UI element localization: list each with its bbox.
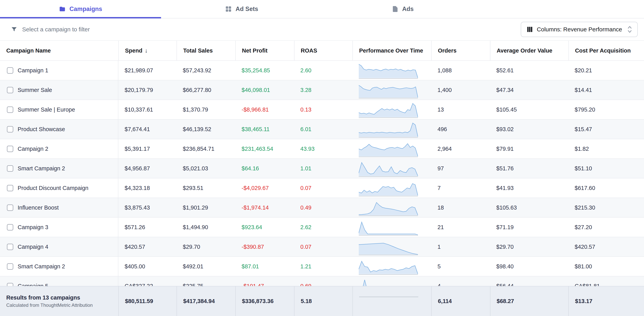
- filter-placeholder: Select a campaign to filter: [22, 26, 90, 33]
- row-checkbox[interactable]: [7, 263, 13, 270]
- columns-dropdown[interactable]: Columns: Revenue Performance: [521, 22, 638, 37]
- net-profit-value: $38,465.11: [235, 120, 294, 139]
- total-sales-value: $29.70: [176, 237, 235, 256]
- columns-icon: [527, 26, 533, 33]
- tab-ad-sets[interactable]: Ad Sets: [161, 0, 322, 18]
- campaign-analytics-table: Campaigns Ad Sets Ads Select a campaign …: [0, 0, 644, 316]
- tab-label: Ads: [402, 6, 414, 13]
- table-row[interactable]: Summer Sale | Europe$10,337.61$1,370.79-…: [0, 100, 644, 119]
- spend-value: $10,337.61: [118, 100, 176, 119]
- header-label: Cost Per Acquisition: [575, 48, 631, 54]
- table-row[interactable]: Smart Campaign 2$4,956.87$5,021.03$64.16…: [0, 158, 644, 178]
- performance-cell: [352, 61, 431, 80]
- performance-cell: [352, 276, 431, 286]
- campaign-name-cell: Campaign 5: [0, 276, 118, 286]
- total-sales-value: $1,901.29: [176, 198, 235, 217]
- orders-value: 5: [431, 257, 490, 276]
- net-profit-value: $46,098.01: [235, 80, 294, 100]
- footer-title: Results from 13 campaigns: [6, 294, 80, 301]
- roas-value: 43.93: [294, 139, 352, 158]
- header-label: Orders: [438, 48, 456, 54]
- footer-subtitle: Calculated from ThoughtMetric Attributio…: [6, 302, 93, 308]
- campaign-name-cell: Smart Campaign 2: [0, 159, 118, 178]
- net-profit-value: -$8,966.81: [235, 100, 294, 119]
- header-cell-performance-over-time[interactable]: Performance Over Time: [352, 41, 431, 60]
- spend-value: $420.57: [118, 237, 176, 256]
- row-checkbox[interactable]: [7, 204, 13, 211]
- header-label: Net Profit: [242, 48, 268, 54]
- net-profit-value: $231,463.54: [235, 139, 294, 158]
- row-checkbox[interactable]: [7, 244, 13, 250]
- orders-value: 496: [431, 120, 490, 139]
- header-cell-orders[interactable]: Orders: [431, 41, 490, 60]
- header-cell-campaign-name[interactable]: Campaign Name: [0, 41, 118, 60]
- aov-value: $41.93: [490, 178, 568, 198]
- campaign-name-cell: Product Discount Campaign: [0, 178, 118, 198]
- campaign-name-cell: Campaign 1: [0, 61, 118, 80]
- header-cell-roas[interactable]: ROAS: [294, 41, 352, 60]
- orders-value: 4: [431, 276, 490, 286]
- row-checkbox[interactable]: [7, 165, 13, 172]
- spend-value: $7,674.41: [118, 120, 176, 139]
- table-row[interactable]: Product Discount Campaign$4,323.18$293.5…: [0, 178, 644, 198]
- table-header: Campaign NameSpend↓Total SalesNet Profit…: [0, 41, 644, 60]
- total-sales-value: $5,021.03: [176, 159, 235, 178]
- spend-value: $405.00: [118, 257, 176, 276]
- table-row[interactable]: Influencer Boost$3,875.43$1,901.29-$1,97…: [0, 198, 644, 217]
- footer-net-profit: $336,873.36: [235, 286, 294, 316]
- row-checkbox[interactable]: [7, 87, 13, 93]
- row-checkbox[interactable]: [7, 67, 13, 74]
- net-profit-value: -$390.87: [235, 237, 294, 256]
- cpa-value: $617.60: [568, 178, 644, 198]
- cpa-value: CA$81.81: [568, 276, 644, 286]
- table-row[interactable]: Summer Sale$20,179.79$66,277.80$46,098.0…: [0, 80, 644, 100]
- header-cell-cost-per-acquisition[interactable]: Cost Per Acquisition: [568, 41, 644, 60]
- total-sales-value: $1,494.90: [176, 218, 235, 237]
- table-row[interactable]: Campaign 5CA$327.22$225.75-$101.470.694$…: [0, 276, 644, 286]
- spend-value: $4,323.18: [118, 178, 176, 198]
- row-checkbox[interactable]: [7, 106, 13, 113]
- row-checkbox[interactable]: [7, 185, 13, 191]
- cpa-value: $15.47: [568, 120, 644, 139]
- tab-bar: Campaigns Ad Sets Ads: [0, 0, 644, 19]
- orders-value: 7: [431, 178, 490, 198]
- aov-value: $52.61: [490, 61, 568, 80]
- aov-value: $71.19: [490, 218, 568, 237]
- table-row[interactable]: Campaign 2$5,391.17$236,854.71$231,463.5…: [0, 139, 644, 158]
- footer-aov: $68.27: [490, 286, 568, 316]
- row-checkbox[interactable]: [7, 126, 13, 133]
- table-row[interactable]: Campaign 3$571.26$1,494.90$923.642.6221$…: [0, 217, 644, 237]
- campaign-name: Campaign 3: [18, 224, 48, 230]
- campaign-name-cell: Influencer Boost: [0, 198, 118, 217]
- row-checkbox[interactable]: [7, 283, 13, 286]
- performance-cell: [352, 120, 431, 139]
- row-checkbox[interactable]: [7, 224, 13, 230]
- spend-value: $571.26: [118, 218, 176, 237]
- sparkline: [359, 83, 418, 98]
- roas-value: 6.01: [294, 120, 352, 139]
- header-cell-average-order-value[interactable]: Average Order Value: [490, 41, 568, 60]
- cpa-value: $215.30: [568, 198, 644, 217]
- performance-cell: [352, 257, 431, 276]
- cpa-value: $27.20: [568, 218, 644, 237]
- table-row[interactable]: Campaign 4$420.57$29.70-$390.870.071$29.…: [0, 237, 644, 256]
- header-cell-total-sales[interactable]: Total Sales: [176, 41, 235, 60]
- campaign-name: Campaign 5: [18, 283, 48, 286]
- table-row[interactable]: Smart Campaign 2$405.00$492.01$87.011.21…: [0, 256, 644, 276]
- campaign-name: Influencer Boost: [18, 204, 59, 211]
- tab-label: Campaigns: [69, 6, 102, 13]
- net-profit-value: $87.01: [235, 257, 294, 276]
- net-profit-value: $64.16: [235, 159, 294, 178]
- campaign-name-cell: Summer Sale: [0, 80, 118, 100]
- header-cell-net-profit[interactable]: Net Profit: [235, 41, 294, 60]
- header-cell-spend[interactable]: Spend↓: [118, 41, 176, 60]
- table-row[interactable]: Product Showcase$7,674.41$46,139.52$38,4…: [0, 119, 644, 139]
- row-checkbox[interactable]: [7, 146, 13, 152]
- sparkline: [359, 200, 418, 216]
- cpa-value: $1.82: [568, 139, 644, 158]
- tab-ads[interactable]: Ads: [322, 0, 483, 18]
- campaign-filter-input[interactable]: Select a campaign to filter: [11, 26, 90, 33]
- tab-campaigns[interactable]: Campaigns: [0, 0, 161, 18]
- table-row[interactable]: Campaign 1$21,989.07$57,243.92$35,254.85…: [0, 60, 644, 80]
- campaign-name-cell: Campaign 4: [0, 237, 118, 256]
